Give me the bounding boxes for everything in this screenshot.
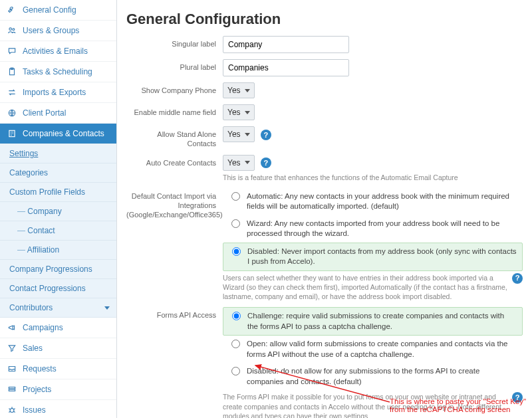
subnav-cp-affiliation[interactable]: Affiliation: [0, 241, 116, 260]
svg-rect-6: [9, 387, 15, 389]
nav-label: Activities & Emails: [23, 47, 88, 56]
nav-sales[interactable]: Sales: [0, 338, 116, 359]
nav-label: Projects: [23, 385, 51, 394]
sidebar: General Config Users & Groups Activities…: [0, 0, 117, 418]
radio-label: Open: allow valid form submissions to cr…: [247, 339, 517, 360]
main-content: General Configuration Singular label Plu…: [117, 0, 532, 418]
subnav-label: Company Progressions: [9, 264, 92, 274]
chevron-down-icon: [245, 161, 250, 164]
nav-label: Users & Groups: [23, 26, 79, 35]
svg-point-1: [13, 29, 15, 31]
radio-input[interactable]: [231, 340, 240, 348]
select-show-company-phone[interactable]: Yes: [223, 82, 255, 98]
select-allow-standalone[interactable]: Yes: [223, 126, 255, 142]
radio-import-disabled[interactable]: Disabled: Never import contacts from my …: [223, 243, 523, 271]
nav-label: Companies & Contacts: [23, 129, 104, 138]
nav-campaigns[interactable]: Campaigns: [0, 318, 116, 338]
radio-import-automatic[interactable]: Automatic: Any new contacts in your addr…: [223, 188, 523, 215]
label-allow-standalone: Allow Stand Alone Contacts: [126, 126, 223, 149]
nav-companies-contacts[interactable]: Companies & Contacts: [0, 124, 116, 144]
users-icon: [7, 25, 17, 36]
chevron-down-icon: [245, 89, 250, 92]
select-value: Yes: [227, 108, 241, 117]
subnav-label: Contributors: [9, 303, 53, 312]
wrench-icon: [7, 5, 17, 15]
select-value: Yes: [227, 86, 241, 95]
select-value: Yes: [227, 130, 241, 139]
nav-general-config[interactable]: General Config: [0, 0, 116, 21]
chevron-down-icon: [104, 306, 110, 310]
radio-import-wizard[interactable]: Wizard: Any new contacts imported from y…: [223, 215, 523, 243]
select-enable-middle-name[interactable]: Yes: [223, 104, 255, 120]
inbox-icon: [7, 364, 17, 374]
subnav-contact-progressions[interactable]: Contact Progressions: [0, 279, 116, 298]
nav-label: Campaigns: [23, 323, 63, 332]
nav-label: Imports & Exports: [23, 88, 86, 97]
subnav-contributors[interactable]: Contributors: [0, 298, 116, 318]
nav-activities-emails[interactable]: Activities & Emails: [0, 41, 116, 62]
radio-forms-disabled[interactable]: Disabled: do not allow for any submissio…: [223, 363, 523, 390]
nav-users-groups[interactable]: Users & Groups: [0, 21, 116, 41]
select-auto-create[interactable]: Yes: [223, 155, 255, 171]
nav-tasks-scheduling[interactable]: Tasks & Scheduling: [0, 62, 116, 82]
page-title: General Configuration: [126, 11, 523, 28]
nav-label: Client Portal: [23, 108, 66, 118]
bug-icon: [7, 405, 17, 415]
label-forms-api: Forms API Access: [126, 307, 223, 320]
label-singular: Singular label: [126, 36, 223, 49]
radio-input[interactable]: [232, 312, 241, 320]
desc-text: Users can select whether they want to ha…: [223, 274, 507, 300]
radio-input[interactable]: [232, 247, 241, 256]
clipboard-icon: [7, 66, 17, 77]
globe-icon: [7, 108, 17, 118]
radio-forms-open[interactable]: Open: allow valid form submissions to cr…: [223, 336, 523, 363]
nav-requests[interactable]: Requests: [0, 359, 116, 379]
subnav-categories[interactable]: Categories: [0, 163, 116, 183]
subnav-label: Settings: [9, 149, 38, 158]
nav-label: General Config: [23, 5, 76, 15]
radio-label: Challenge: require valid submissions to …: [247, 311, 517, 332]
input-plural-label[interactable]: [223, 59, 349, 76]
radio-label: Disabled: do not allow for any submissio…: [247, 366, 517, 387]
label-auto-create: Auto Create Contacts: [126, 155, 223, 167]
svg-point-8: [10, 409, 14, 413]
funnel-icon: [7, 343, 17, 354]
label-show-company-phone: Show Company Phone: [126, 82, 223, 95]
svg-rect-5: [9, 130, 15, 136]
radio-input[interactable]: [231, 192, 240, 201]
radio-input[interactable]: [231, 219, 240, 228]
radio-input[interactable]: [231, 367, 240, 375]
radio-forms-challenge[interactable]: Challenge: require valid submissions to …: [223, 307, 523, 336]
radio-label: Wizard: Any new contacts imported from y…: [247, 219, 517, 239]
help-icon[interactable]: ?: [261, 130, 271, 140]
radio-label: Automatic: Any new contacts in your addr…: [247, 191, 517, 212]
arrows-icon: [7, 87, 17, 98]
desc-default-import: ? Users can select whether they want to …: [223, 273, 523, 302]
input-singular-label[interactable]: [223, 36, 349, 53]
svg-point-0: [9, 28, 11, 31]
subnav-label: Custom Profile Fields: [9, 187, 85, 197]
label-default-import: Default Contact Import via Integrations …: [126, 188, 223, 220]
subnav-label: Contact Progressions: [9, 284, 86, 293]
sub-settings-block: Settings Categories Custom Profile Field…: [0, 144, 116, 318]
nav-client-portal[interactable]: Client Portal: [0, 103, 116, 124]
megaphone-icon: [7, 322, 17, 333]
subnav-cp-contact[interactable]: Contact: [0, 221, 116, 241]
nav-label: Issues: [23, 405, 46, 415]
chevron-down-icon: [245, 111, 250, 114]
subnav-custom-profile-fields[interactable]: Custom Profile Fields: [0, 183, 116, 202]
nav-projects[interactable]: Projects: [0, 379, 116, 400]
help-icon[interactable]: ?: [512, 273, 523, 284]
chevron-down-icon: [245, 133, 250, 136]
subnav-label: Categories: [9, 168, 48, 177]
subnav-settings[interactable]: Settings: [0, 144, 116, 163]
chat-icon: [7, 46, 17, 56]
desc-auto-create: This is a feature that enhances the func…: [223, 173, 523, 182]
nav-label: Requests: [23, 364, 57, 373]
help-icon[interactable]: ?: [261, 157, 271, 168]
nav-issues[interactable]: Issues: [0, 400, 116, 418]
subnav-company-progressions[interactable]: Company Progressions: [0, 260, 116, 279]
nav-imports-exports[interactable]: Imports & Exports: [0, 82, 116, 103]
nav-label: Sales: [23, 344, 43, 353]
subnav-cp-company[interactable]: Company: [0, 202, 116, 221]
